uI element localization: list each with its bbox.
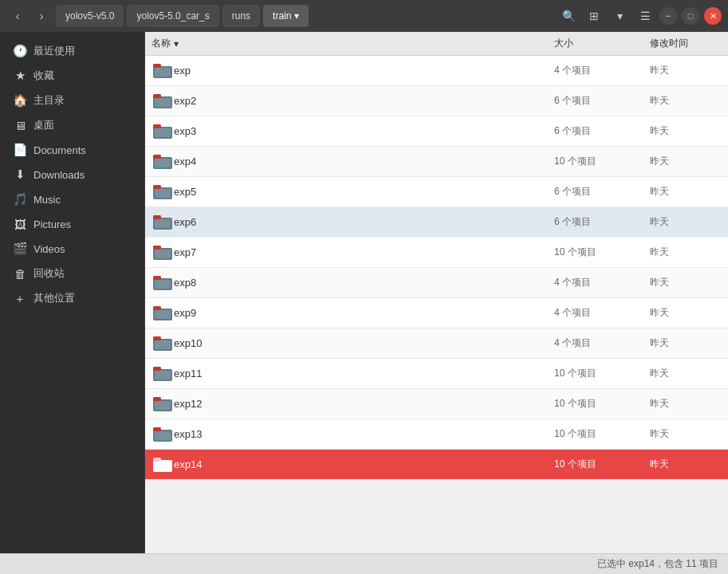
main-area: 🕐 最近使用 ★ 收藏 🏠 主目录 🖥 桌面 📄 Documents ⬇ Dow…: [0, 32, 728, 553]
svg-rect-11: [153, 155, 161, 159]
file-date: 昨天: [650, 336, 722, 350]
menu-button[interactable]: ☰: [634, 5, 656, 27]
sidebar-item-trash[interactable]: 🗑 回收站: [3, 261, 141, 285]
file-size: 4 个项目: [554, 276, 650, 289]
svg-rect-7: [155, 128, 171, 137]
titlebar: ‹ › yolov5-v5.0 yolov5-5.0_car_s runs tr…: [0, 0, 728, 32]
file-size: 4 个项目: [554, 336, 650, 350]
search-button[interactable]: 🔍: [557, 5, 580, 27]
sidebar-item-desktop[interactable]: 🖥 桌面: [3, 113, 141, 137]
back-button[interactable]: ‹: [6, 5, 29, 27]
maximize-button[interactable]: □: [682, 7, 699, 25]
sidebar-label-trash: 回收站: [33, 266, 65, 281]
file-name: exp14: [174, 458, 554, 470]
column-name[interactable]: 名称 ▾: [152, 37, 554, 50]
pictures-icon: 🖼: [13, 217, 27, 231]
folder-icon: [152, 395, 174, 413]
file-name: exp9: [174, 307, 554, 319]
file-name: exp13: [174, 428, 554, 440]
column-size[interactable]: 大小: [554, 37, 650, 50]
table-row[interactable]: exp56 个项目昨天: [145, 177, 728, 207]
file-date: 昨天: [650, 367, 722, 380]
svg-rect-26: [153, 306, 161, 310]
sidebar-item-documents[interactable]: 📄 Documents: [3, 138, 141, 162]
svg-rect-40: [155, 462, 171, 470]
svg-rect-31: [155, 371, 171, 379]
svg-rect-13: [155, 189, 171, 198]
file-size: 10 个项目: [554, 155, 650, 168]
svg-rect-25: [155, 310, 171, 319]
table-row[interactable]: exp4 个项目昨天: [145, 56, 728, 86]
file-size: 4 个项目: [554, 64, 650, 77]
file-date: 昨天: [650, 124, 722, 138]
table-row[interactable]: exp1110 个项目昨天: [145, 359, 728, 389]
sidebar-label-videos: Videos: [33, 243, 65, 255]
svg-rect-35: [153, 397, 161, 401]
table-row[interactable]: exp66 个项目昨天: [145, 207, 728, 238]
sidebar-label-music: Music: [33, 194, 61, 206]
file-name: exp3: [174, 125, 554, 137]
folder-icon: [152, 244, 174, 261]
tab-train[interactable]: train ▾: [263, 5, 309, 27]
sidebar-item-music[interactable]: 🎵 Music: [3, 187, 141, 211]
file-date: 昨天: [650, 94, 722, 108]
folder-icon: [152, 214, 174, 231]
table-row[interactable]: exp26 个项目昨天: [145, 86, 728, 116]
table-row[interactable]: exp94 个项目昨天: [145, 298, 728, 328]
file-rows-container: exp4 个项目昨天exp26 个项目昨天exp36 个项目昨天exp410 个…: [145, 56, 728, 480]
sidebar-label-downloads: Downloads: [33, 169, 85, 181]
svg-rect-38: [153, 427, 161, 431]
svg-rect-17: [153, 215, 161, 219]
sidebar-label-documents: Documents: [33, 144, 86, 156]
file-name: exp5: [174, 186, 554, 198]
other-icon: +: [13, 291, 27, 305]
sidebar-item-pictures[interactable]: 🖼 Pictures: [3, 212, 141, 236]
table-row[interactable]: exp84 个项目昨天: [145, 268, 728, 298]
sidebar-item-recent[interactable]: 🕐 最近使用: [3, 39, 141, 63]
sidebar-item-favorites[interactable]: ★ 收藏: [3, 64, 141, 88]
home-icon: 🏠: [13, 93, 27, 108]
file-date: 昨天: [650, 397, 722, 411]
view-arrow-button[interactable]: ▾: [608, 5, 631, 27]
sidebar-item-downloads[interactable]: ⬇ Downloads: [3, 163, 141, 187]
statusbar: 已选中 exp14，包含 11 项目: [0, 553, 728, 574]
table-row[interactable]: exp36 个项目昨天: [145, 116, 728, 147]
table-row[interactable]: exp1210 个项目昨天: [145, 389, 728, 419]
downloads-icon: ⬇: [13, 167, 27, 182]
sidebar-item-home[interactable]: 🏠 主目录: [3, 88, 141, 112]
documents-icon: 📄: [13, 143, 27, 157]
file-name: exp8: [174, 277, 554, 289]
window-controls: − □ ✕: [659, 7, 722, 25]
svg-rect-32: [153, 367, 161, 371]
file-size: 10 个项目: [554, 458, 650, 471]
svg-rect-29: [153, 336, 161, 340]
svg-rect-37: [155, 431, 171, 440]
column-date[interactable]: 修改时间: [650, 37, 722, 50]
file-size: 4 个项目: [554, 306, 650, 320]
folder-icon: [152, 123, 174, 140]
tab-runs[interactable]: runs: [222, 5, 260, 27]
table-row[interactable]: exp104 个项目昨天: [145, 328, 728, 359]
table-row[interactable]: exp410 个项目昨天: [145, 147, 728, 177]
file-date: 昨天: [650, 276, 722, 289]
folder-icon: [152, 153, 174, 171]
tab-yolov5-car[interactable]: yolov5-5.0_car_s: [127, 5, 218, 27]
svg-rect-16: [155, 219, 171, 228]
table-row[interactable]: exp1310 个项目昨天: [145, 419, 728, 450]
favorites-icon: ★: [13, 69, 27, 83]
sidebar-item-other[interactable]: + 其他位置: [3, 286, 141, 310]
trash-icon: 🗑: [13, 266, 27, 281]
svg-rect-14: [153, 185, 161, 189]
forward-button[interactable]: ›: [30, 5, 53, 27]
folder-icon: [152, 456, 174, 474]
table-row[interactable]: exp710 个项目昨天: [145, 238, 728, 268]
close-button[interactable]: ✕: [704, 7, 722, 25]
svg-rect-41: [153, 458, 161, 462]
recent-icon: 🕐: [13, 44, 27, 58]
view-toggle-button[interactable]: ⊞: [583, 5, 605, 27]
svg-rect-8: [153, 124, 161, 128]
tab-yolov5-v5[interactable]: yolov5-v5.0: [56, 5, 124, 27]
table-row[interactable]: exp1410 个项目昨天: [145, 450, 728, 480]
sidebar-item-videos[interactable]: 🎬 Videos: [3, 237, 141, 261]
minimize-button[interactable]: −: [659, 7, 677, 25]
